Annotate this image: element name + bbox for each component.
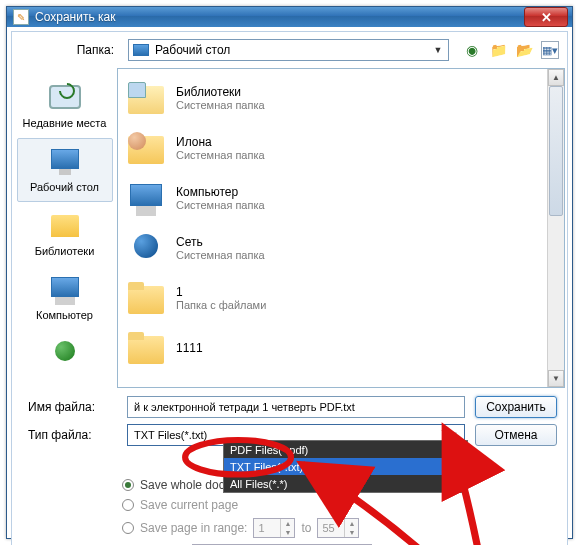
place-libs[interactable]: Библиотеки [17,202,113,266]
scroll-up-button[interactable]: ▲ [548,69,564,86]
network-icon [45,337,85,369]
filetype-label: Тип файла: [22,428,117,442]
file-name: Сеть [176,235,265,249]
file-icon [126,280,166,316]
file-name: Компьютер [176,185,265,199]
filename-row: Имя файла: Сохранить [22,396,557,418]
place-computer[interactable]: Компьютер [17,266,113,330]
list-item[interactable]: 1Папка с файлами [118,273,547,323]
file-icon [126,330,166,366]
bottom-panel: Имя файла: Сохранить Тип файла: TXT File… [12,388,567,545]
save-button[interactable]: Сохранить [475,396,557,418]
radio-save-whole[interactable] [122,479,134,491]
filetype-combo-value: TXT Files(*.txt) [134,429,207,441]
recent-icon [45,81,85,113]
place-network[interactable] [17,330,113,382]
radio-save-range[interactable] [122,522,134,534]
file-icon [126,80,166,116]
window-title: Сохранить как [35,10,522,24]
folder-combo-value: Рабочий стол [155,43,230,57]
dropdown-option[interactable]: TXT Files(*.txt) [224,458,467,475]
range-to-value: 55 [322,522,334,534]
filetype-dropdown[interactable]: PDF Files(*.pdf)TXT Files(*.txt)All File… [223,440,468,493]
file-list[interactable]: БиблиотекиСистемная папкаИлонаСистемная … [118,69,547,387]
file-name: 1 [176,285,266,299]
toolbar-icons: ◉ 📁 📂 ▦▾ [455,41,559,59]
app-icon: ✎ [13,9,29,25]
place-label: Компьютер [18,309,112,321]
save-range-row[interactable]: Save page in range: 1▲▼ to 55▲▼ [22,518,557,538]
folder-row: Папка: Рабочий стол ▼ ◉ 📁 📂 ▦▾ [12,32,567,68]
range-to-label: to [301,521,311,535]
list-item[interactable]: 1111 [118,323,547,373]
file-sub: Системная папка [176,199,265,211]
dropdown-option[interactable]: All Files(*.*) [224,475,467,492]
scroll-track[interactable] [548,86,564,370]
file-name: Илона [176,135,265,149]
range-to-spinner[interactable]: 55▲▼ [317,518,359,538]
list-item[interactable]: КомпьютерСистемная папка [118,173,547,223]
desktop-icon [133,44,149,56]
save-current-row[interactable]: Save current page [22,498,557,512]
file-name: 1111 [176,341,203,355]
desktop-icon [45,145,85,177]
save-current-label: Save current page [140,498,238,512]
scroll-thumb[interactable] [549,86,563,216]
list-item[interactable]: ИлонаСистемная папка [118,123,547,173]
place-label: Библиотеки [18,245,112,257]
save-range-label: Save page in range: [140,521,247,535]
places-bar: Недавние местаРабочий столБиблиотекиКомп… [12,68,117,388]
range-from-value: 1 [258,522,264,534]
new-folder-icon[interactable]: 📂 [515,41,533,59]
file-sub: Папка с файлами [176,299,266,311]
client-area: Папка: Рабочий стол ▼ ◉ 📁 📂 ▦▾ Недавние … [11,31,568,545]
dropdown-option[interactable]: PDF Files(*.pdf) [224,441,467,458]
cancel-button[interactable]: Отмена [475,424,557,446]
place-label: Недавние места [18,117,112,129]
list-item[interactable]: БиблиотекиСистемная папка [118,73,547,123]
place-recent[interactable]: Недавние места [17,74,113,138]
scroll-down-button[interactable]: ▼ [548,370,564,387]
file-sub: Системная папка [176,99,265,111]
file-sub: Системная папка [176,249,265,261]
save-as-dialog: ✎ Сохранить как ✕ Папка: Рабочий стол ▼ … [6,6,573,539]
computer-icon [45,273,85,305]
file-name: Библиотеки [176,85,265,99]
radio-save-current[interactable] [122,499,134,511]
file-icon [126,180,166,216]
file-sub: Системная папка [176,149,265,161]
scrollbar[interactable]: ▲ ▼ [547,69,564,387]
back-icon[interactable]: ◉ [463,41,481,59]
up-one-level-icon[interactable]: 📁 [489,41,507,59]
range-from-spinner[interactable]: 1▲▼ [253,518,295,538]
file-list-pane: БиблиотекиСистемная папкаИлонаСистемная … [117,68,565,388]
close-button[interactable]: ✕ [524,7,568,27]
libs-icon [45,209,85,241]
filename-label: Имя файла: [22,400,117,414]
folder-combo[interactable]: Рабочий стол ▼ [128,39,449,61]
titlebar[interactable]: ✎ Сохранить как ✕ [7,7,572,27]
place-label: Рабочий стол [18,181,112,193]
list-item[interactable]: СетьСистемная папка [118,223,547,273]
folder-label: Папка: [12,43,122,57]
chevron-down-icon[interactable]: ▼ [430,42,446,58]
file-icon [126,130,166,166]
view-menu-icon[interactable]: ▦▾ [541,41,559,59]
filename-input[interactable] [127,396,465,418]
place-desktop[interactable]: Рабочий стол [17,138,113,202]
file-icon [126,230,166,266]
